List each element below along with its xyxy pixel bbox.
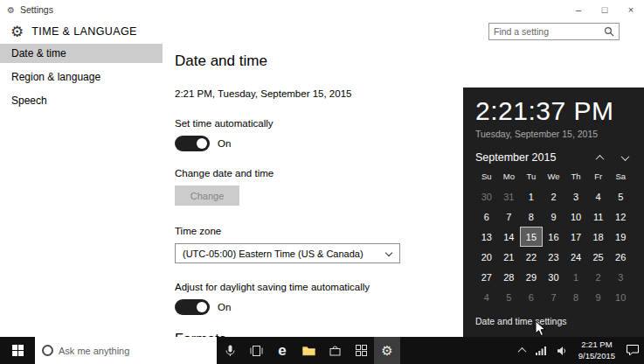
set-time-auto-toggle[interactable] xyxy=(175,136,210,151)
network-icon[interactable] xyxy=(530,337,551,364)
calendar-day[interactable]: 14 xyxy=(498,227,521,247)
sidebar-item-speech[interactable]: Speech xyxy=(0,91,163,110)
calendar-day-header: Tu xyxy=(520,172,543,186)
calendar-day[interactable]: 24 xyxy=(564,247,587,267)
section-heading: Date and time xyxy=(175,52,465,70)
calendar-day[interactable]: 4 xyxy=(587,186,610,206)
sidebar-item-date-time[interactable]: Date & time xyxy=(0,44,163,63)
find-setting-searchbox[interactable] xyxy=(488,23,620,40)
windows-logo-icon xyxy=(12,345,24,356)
calendar-day-header: Su xyxy=(475,172,498,186)
date-time-panel: Date and time 2:21 PM, Tuesday, Septembe… xyxy=(163,42,465,364)
calendar-day[interactable]: 6 xyxy=(475,206,498,227)
chevron-down-icon xyxy=(385,249,392,256)
calendar-day[interactable]: 5 xyxy=(498,287,521,307)
app-grid-icon[interactable] xyxy=(348,337,374,364)
edge-icon[interactable]: e xyxy=(269,337,295,364)
page-title: TIME & LANGUAGE xyxy=(31,25,137,38)
maximize-button[interactable]: □ xyxy=(592,0,618,19)
cortana-searchbox[interactable] xyxy=(35,337,217,364)
calendar-grid: 3031123456789101112131415161718192021222… xyxy=(475,186,632,307)
calendar-day[interactable]: 2 xyxy=(587,267,610,287)
chevron-up-icon[interactable] xyxy=(596,154,605,163)
dst-toggle[interactable] xyxy=(175,299,210,315)
calendar-day-header: Th xyxy=(564,172,587,186)
calendar-day[interactable]: 25 xyxy=(587,247,610,267)
calendar-day[interactable]: 9 xyxy=(543,206,565,227)
file-explorer-icon[interactable] xyxy=(295,337,322,364)
settings-window-icon: ⚙ xyxy=(7,5,15,15)
microphone-icon[interactable] xyxy=(217,337,243,364)
cortana-search-input[interactable] xyxy=(59,346,210,356)
calendar-day[interactable]: 1 xyxy=(520,186,543,206)
calendar-day[interactable]: 30 xyxy=(475,186,498,206)
show-hidden-icons-button[interactable] xyxy=(514,337,530,364)
set-time-auto-state: On xyxy=(218,138,231,149)
change-button[interactable]: Change xyxy=(175,186,239,206)
task-view-icon[interactable] xyxy=(243,337,269,364)
calendar-day[interactable]: 6 xyxy=(520,287,543,307)
timezone-value: (UTC-05:00) Eastern Time (US & Canada) xyxy=(183,248,364,259)
gear-icon: ⚙ xyxy=(10,23,24,41)
close-button[interactable]: × xyxy=(618,0,644,19)
window-title: Settings xyxy=(20,4,53,15)
calendar-day[interactable]: 7 xyxy=(498,206,521,227)
clock-flyout: 2:21:37 PM Tuesday, September 15, 2015 S… xyxy=(463,88,644,337)
tray-clock[interactable]: 2:21 PM 9/15/2015 xyxy=(572,340,621,362)
calendar-day[interactable]: 30 xyxy=(543,267,565,287)
calendar-day[interactable]: 20 xyxy=(475,247,498,267)
chevron-down-icon[interactable] xyxy=(621,152,630,161)
calendar-day[interactable]: 13 xyxy=(475,227,498,247)
sidebar-item-region-language[interactable]: Region & language xyxy=(0,67,163,87)
action-center-icon[interactable] xyxy=(621,337,644,364)
calendar-day[interactable]: 8 xyxy=(520,206,543,227)
calendar-day[interactable]: 22 xyxy=(520,247,543,267)
taskbar: e ⚙ 2:21 PM 9/15/2015 xyxy=(0,337,644,364)
calendar-day[interactable]: 21 xyxy=(498,247,521,267)
calendar-day[interactable]: 3 xyxy=(609,267,632,287)
calendar-day[interactable]: 27 xyxy=(475,267,498,287)
calendar-day[interactable]: 7 xyxy=(543,287,565,307)
find-setting-input[interactable] xyxy=(489,26,604,37)
settings-taskbar-icon[interactable]: ⚙ xyxy=(374,337,400,364)
calendar-day[interactable]: 9 xyxy=(587,287,610,307)
calendar-day[interactable]: 29 xyxy=(520,267,543,287)
calendar-day[interactable]: 12 xyxy=(609,206,632,227)
sidebar-list: Date & timeRegion & languageSpeech xyxy=(0,44,163,337)
calendar-day[interactable]: 26 xyxy=(609,247,632,267)
calendar-day[interactable]: 4 xyxy=(475,287,498,307)
timezone-label: Time zone xyxy=(175,226,465,236)
calendar-day[interactable]: 10 xyxy=(609,287,632,307)
window-controls: – □ × xyxy=(565,0,644,19)
calendar-day[interactable]: 23 xyxy=(543,247,565,267)
calendar-day[interactable]: 3 xyxy=(564,186,587,206)
dst-state: On xyxy=(218,302,231,312)
volume-icon[interactable] xyxy=(551,337,572,364)
calendar-month-label: September 2015 xyxy=(475,151,556,164)
calendar-day[interactable]: 16 xyxy=(543,227,565,247)
minimize-button[interactable]: – xyxy=(565,0,592,19)
tray-date: 9/15/2015 xyxy=(578,351,615,362)
toggle-knob xyxy=(197,302,207,312)
calendar-day[interactable]: 28 xyxy=(498,267,521,287)
calendar-day[interactable]: 19 xyxy=(609,227,632,247)
calendar-day[interactable]: 18 xyxy=(587,227,610,247)
start-button[interactable] xyxy=(0,337,35,364)
date-time-settings-link[interactable]: Date and time settings xyxy=(475,316,632,326)
timezone-dropdown[interactable]: (UTC-05:00) Eastern Time (US & Canada) xyxy=(175,243,400,263)
calendar-day[interactable]: 8 xyxy=(564,287,587,307)
calendar-day[interactable]: 10 xyxy=(564,206,587,227)
system-tray: 2:21 PM 9/15/2015 xyxy=(514,337,644,364)
cortana-icon xyxy=(42,345,53,356)
calendar-day-header: We xyxy=(543,172,565,186)
calendar-day[interactable]: 2 xyxy=(543,186,565,206)
change-datetime-label: Change date and time xyxy=(175,168,465,178)
calendar-day[interactable]: 11 xyxy=(587,206,610,227)
calendar-day[interactable]: 15 xyxy=(520,227,543,247)
calendar-day[interactable]: 1 xyxy=(564,267,587,287)
store-icon[interactable] xyxy=(322,337,348,364)
dst-label: Adjust for daylight saving time automati… xyxy=(175,282,465,292)
calendar-day[interactable]: 17 xyxy=(564,227,587,247)
calendar-day[interactable]: 5 xyxy=(609,186,632,206)
calendar-day[interactable]: 31 xyxy=(498,186,521,206)
